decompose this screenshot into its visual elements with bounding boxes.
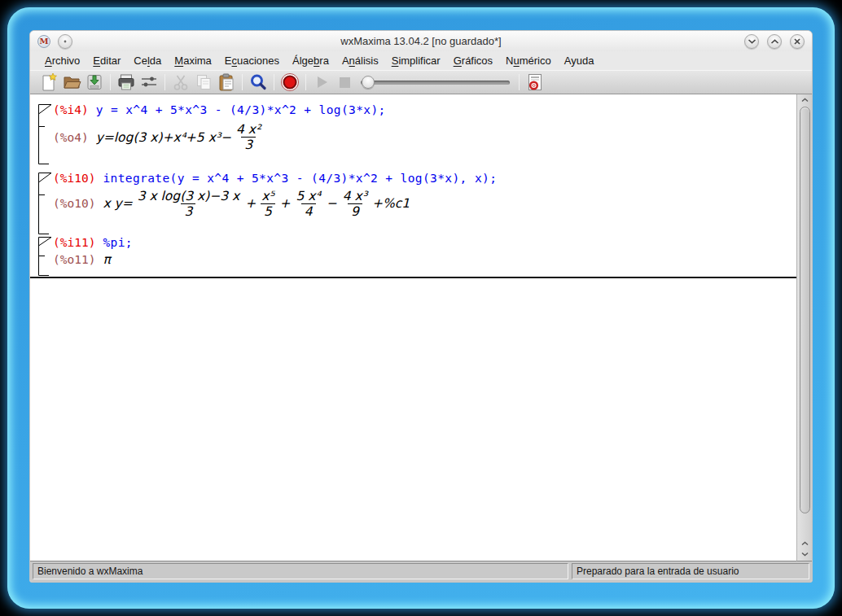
menu-ayuda[interactable]: Ayuda	[558, 53, 601, 68]
menu-bar: ArchivoEditarCeldaMaximaEcuacionesÁlgebr…	[30, 51, 812, 70]
input-line[interactable]: (%i10) integrate(y = x^4 + 5*x^3 - (4/3)…	[53, 172, 796, 185]
find-magnifier-icon	[248, 72, 268, 92]
window-title: wxMaxima 13.04.2 [no guardado*]	[30, 35, 812, 47]
window-menu-button[interactable]	[58, 34, 72, 49]
worksheet[interactable]: (%i4) y = x^4 + 5*x^3 - (4/3)*x^2 + log(…	[30, 94, 796, 561]
input-line[interactable]: (%i4) y = x^4 + 5*x^3 - (4/3)*x^2 + log(…	[53, 103, 796, 116]
menu-simplificar[interactable]: Simplificar	[385, 53, 447, 68]
math-output: π	[103, 252, 110, 267]
cut-button[interactable]	[169, 72, 192, 94]
output-label: (%o10)	[53, 197, 95, 210]
output-line: (%o10) x y=3 x log(3 x)−3 x3+x⁵5+5 x⁴4−4…	[53, 189, 796, 220]
status-bar: Bienvenido a wxMaxima Preparado para la …	[30, 561, 812, 582]
input-code[interactable]: %pi;	[103, 236, 133, 249]
output-label: (%o11)	[53, 253, 95, 266]
interrupt-button[interactable]	[278, 72, 301, 94]
save-button[interactable]	[83, 72, 106, 94]
toolbar-separator	[519, 74, 520, 90]
cell-bracket[interactable]	[38, 173, 53, 234]
toolbar	[30, 70, 812, 94]
title-bar[interactable]: M wxMaxima 13.04.2 [no guardado*]	[30, 31, 812, 51]
minimize-button[interactable]	[744, 34, 759, 49]
output-line: (%o11) π	[53, 252, 796, 267]
chevron-up-icon	[801, 541, 809, 546]
horizontal-caret[interactable]	[30, 277, 796, 278]
input-code[interactable]: y = x^4 + 5*x^3 - (4/3)*x^2 + log(3*x);	[96, 103, 386, 116]
status-message: Bienvenido a wxMaxima	[33, 563, 568, 579]
play-animation-button[interactable]	[310, 72, 333, 94]
maximize-button[interactable]	[767, 34, 782, 49]
input-label: (%i4)	[53, 103, 89, 116]
scroll-up-button-bottom[interactable]	[797, 538, 812, 548]
input-code[interactable]: integrate(y = x^4 + 5*x^3 - (4/3)*x^2 + …	[103, 172, 497, 185]
save-icon	[86, 72, 103, 92]
output-label: (%o4)	[53, 131, 89, 144]
chevron-up-icon	[770, 38, 779, 45]
cell-i11[interactable]: (%i11) %pi; (%o11) π	[38, 236, 796, 267]
find-button[interactable]	[247, 72, 270, 94]
slider-track	[361, 81, 510, 85]
help-lifebuoy-page-icon	[527, 72, 543, 92]
input-line[interactable]: (%i11) %pi;	[53, 236, 796, 249]
close-icon	[793, 37, 801, 46]
maxima-status: Preparado para la entrada de usuario	[572, 563, 809, 579]
vertical-scrollbar[interactable]	[796, 94, 812, 561]
output-line: (%o4) y=log(3 x)+x⁴+5 x³−4 x²3	[53, 122, 796, 153]
play-icon	[313, 73, 331, 91]
print-button[interactable]	[115, 72, 138, 94]
stop-icon	[335, 73, 353, 91]
preferences-button[interactable]	[138, 72, 160, 94]
paste-clipboard-icon	[217, 72, 235, 92]
toolbar-separator	[164, 74, 165, 90]
cell-i10[interactable]: (%i10) integrate(y = x^4 + 5*x^3 - (4/3)…	[38, 172, 796, 220]
desktop-background: M wxMaxima 13.04.2 [no guardado*]	[0, 0, 842, 616]
scroll-down-button[interactable]	[797, 548, 812, 559]
chevron-down-icon	[748, 38, 756, 45]
close-button[interactable]	[790, 34, 805, 49]
menu-analisis[interactable]: Análisis	[335, 53, 385, 68]
open-button[interactable]	[60, 72, 83, 94]
input-label: (%i11)	[53, 236, 95, 249]
cell-bracket[interactable]	[38, 237, 53, 276]
menu-celda[interactable]: Celda	[127, 53, 168, 68]
menu-editar[interactable]: Editar	[86, 53, 127, 68]
new-document-icon	[40, 72, 58, 92]
menu-graficos[interactable]: Gráficos	[447, 53, 499, 68]
copy-button[interactable]	[192, 72, 215, 94]
new-document-button[interactable]	[37, 72, 60, 94]
menu-algebra[interactable]: Álgebra	[286, 53, 335, 68]
follow-help-button[interactable]	[524, 72, 546, 94]
dot-icon	[64, 40, 67, 43]
paste-button[interactable]	[215, 72, 238, 94]
toolbar-separator	[110, 74, 111, 90]
print-icon	[116, 72, 136, 92]
scroll-up-button[interactable]	[797, 94, 812, 105]
menu-numerico[interactable]: Numérico	[499, 53, 558, 68]
math-output: x y=3 x log(3 x)−3 x3+x⁵5+5 x⁴4−4 x³9+%c…	[103, 189, 410, 220]
slider-knob[interactable]	[362, 76, 375, 89]
chevron-down-icon	[801, 552, 809, 557]
cell-bracket[interactable]	[38, 104, 53, 164]
preferences-sliders-icon	[139, 72, 159, 92]
menu-archivo[interactable]: Archivo	[38, 53, 86, 68]
toolbar-separator	[305, 74, 306, 90]
wxmaxima-app-icon: M	[37, 35, 50, 48]
math-output: y=log(3 x)+x⁴+5 x³−4 x²3	[96, 122, 266, 153]
menu-ecuaciones[interactable]: Ecuaciones	[218, 53, 286, 68]
cell-i4[interactable]: (%i4) y = x^4 + 5*x^3 - (4/3)*x^2 + log(…	[38, 103, 796, 153]
animation-slider[interactable]	[361, 72, 510, 94]
toolbar-separator	[242, 74, 243, 90]
stop-animation-button[interactable]	[333, 72, 356, 94]
open-folder-icon	[62, 72, 81, 92]
wxmaxima-window: M wxMaxima 13.04.2 [no guardado*]	[29, 30, 813, 583]
cut-scissors-icon	[172, 72, 190, 92]
chevron-up-icon	[801, 98, 809, 103]
menu-maxima[interactable]: Maxima	[168, 53, 218, 68]
input-label: (%i10)	[53, 172, 95, 185]
scrollbar-thumb[interactable]	[800, 107, 810, 513]
interrupt-stop-icon	[279, 72, 300, 93]
toolbar-separator	[274, 74, 274, 90]
copy-icon	[194, 72, 213, 92]
